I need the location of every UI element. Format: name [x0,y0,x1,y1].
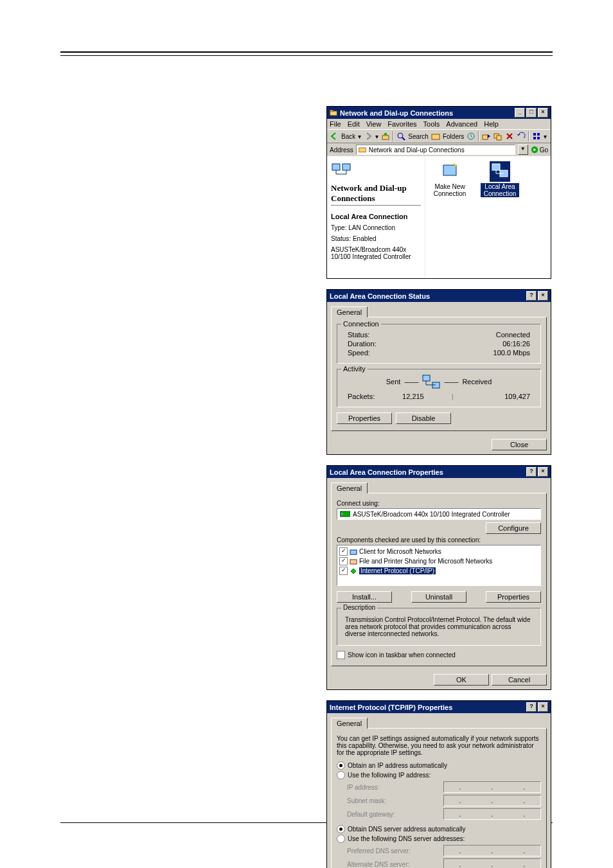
menu-edit[interactable]: Edit [348,120,360,128]
tab-body: You can get IP settings assigned automat… [331,728,547,868]
tab-general[interactable]: General [331,718,368,729]
ok-button[interactable]: OK [434,674,489,686]
menu-favorites[interactable]: Favorites [387,120,416,128]
address-input[interactable]: Network and Dial-up Connections [356,145,515,155]
search-label[interactable]: Search [408,133,429,140]
tcpip-titlebar: Internet Protocol (TCP/IP) Properties ?× [327,701,551,713]
minimize-button[interactable]: _ [515,108,525,118]
uninstall-button[interactable]: Uninstall [411,591,466,603]
top-rule [60,51,553,56]
checkbox[interactable]: ✓ [339,547,348,556]
move-to-icon[interactable] [482,132,491,141]
left-pane-status: Status: Enabled [331,235,421,242]
copy-to-icon[interactable] [493,132,502,141]
components-list[interactable]: ✓Client for Microsoft Networks ✓File and… [337,545,541,586]
mask-label: Subnet mask: [347,797,386,804]
left-pane-type: Type: LAN Connection [331,224,421,231]
help-button[interactable]: ? [526,702,537,712]
views-dropdown[interactable]: ▾ [544,133,547,140]
forward-icon[interactable] [364,132,373,141]
group-label: Activity [341,365,368,373]
folders-icon[interactable] [431,132,440,141]
component-client[interactable]: ✓Client for Microsoft Networks [339,547,539,556]
separator [331,205,421,206]
icon-label: Local Area Connection [481,183,519,197]
page: Network and Dial-up Connections _ □ × Fi… [0,0,613,868]
obtain-ip-label: Obtain an IP address automatically [348,762,447,769]
up-icon[interactable] [381,132,390,141]
menu-tools[interactable]: Tools [423,120,440,128]
menu-help[interactable]: Help [484,120,499,128]
component-file-sharing[interactable]: ✓File and Printer Sharing for Microsoft … [339,556,539,566]
explorer-title: Network and Dial-up Connections [340,109,453,117]
use-ip-radio[interactable] [337,771,345,779]
use-dns-radio[interactable] [337,835,345,843]
svg-rect-9 [497,136,501,140]
local-area-connection-icon[interactable]: Local Area Connection [481,161,519,273]
left-pane-heading: Local Area Connection [331,213,421,220]
disable-button[interactable]: Disable [396,412,451,424]
use-ip-label: Use the following IP address: [348,772,431,779]
go-label: Go [540,146,548,154]
delete-icon[interactable] [505,132,514,141]
svg-rect-26 [423,375,430,381]
address-label: Address [330,146,353,154]
help-button[interactable]: ? [526,291,537,301]
pdns-field: ... [443,845,541,856]
show-icon-checkbox[interactable] [337,651,345,659]
tab-general[interactable]: General [331,306,368,317]
close-button[interactable]: × [538,467,548,477]
status-titlebar: Local Area Connection Status ?× [327,290,551,302]
description-text: Transmission Control Protocol/Internet P… [342,614,535,640]
components-label: Components checked are used by this conn… [337,536,541,544]
folder-icon [359,146,366,154]
search-icon[interactable] [396,132,405,141]
description-group: Description Transmission Control Protoco… [337,608,541,646]
tab-body: Connect using: ASUSTeK/Broadcom 440x 10/… [331,493,547,666]
go-button[interactable]: Go [531,146,548,154]
undo-icon[interactable] [517,132,526,141]
install-button[interactable]: Install... [337,591,392,603]
back-dropdown[interactable]: ▾ [358,133,361,140]
svg-rect-16 [332,164,340,170]
close-button[interactable]: × [538,108,548,118]
address-dropdown[interactable]: ▼ [518,145,528,155]
activity-group: Activity Sent —— —— Received Packets:12,… [337,369,541,407]
configure-button[interactable]: Configure [486,522,541,534]
menu-advanced[interactable]: Advanced [446,120,477,128]
close-button[interactable]: × [538,702,548,712]
make-new-connection-icon[interactable]: Make New Connection [431,161,469,273]
obtain-ip-radio[interactable] [337,761,345,770]
menu-view[interactable]: View [366,120,382,128]
properties-button[interactable]: Properties [486,591,541,603]
checkbox[interactable]: ✓ [339,557,348,565]
back-label[interactable]: Back [341,133,355,140]
checkbox[interactable]: ✓ [339,567,348,575]
forward-dropdown[interactable]: ▾ [375,133,378,140]
properties-button[interactable]: Properties [337,412,392,424]
svg-rect-12 [533,137,536,139]
component-tcpip[interactable]: ✓Internet Protocol (TCP/IP) [339,566,539,576]
svg-rect-5 [432,134,440,139]
maximize-button[interactable]: □ [526,108,537,118]
properties-dialog: Local Area Connection Properties ?× Gene… [326,465,551,690]
obtain-dns-radio[interactable] [337,825,345,833]
properties-titlebar: Local Area Connection Properties ?× [327,466,551,478]
close-button[interactable]: Close [492,439,547,450]
close-button[interactable]: × [538,291,548,301]
views-icon[interactable] [532,132,541,141]
help-button[interactable]: ? [526,467,537,477]
cancel-button[interactable]: Cancel [492,674,547,686]
address-value: Network and Dial-up Connections [369,146,465,154]
menu-file[interactable]: File [330,120,341,128]
svg-rect-1 [330,110,333,111]
status-label: Status: [348,331,369,339]
intro-text: You can get IP settings assigned automat… [337,735,541,756]
folders-label[interactable]: Folders [443,133,464,140]
group-label: Description [341,604,377,611]
tab-general[interactable]: General [331,483,368,493]
history-icon[interactable] [466,132,475,141]
wizard-icon [440,161,460,182]
svg-rect-2 [382,136,389,139]
back-icon[interactable] [330,132,339,141]
